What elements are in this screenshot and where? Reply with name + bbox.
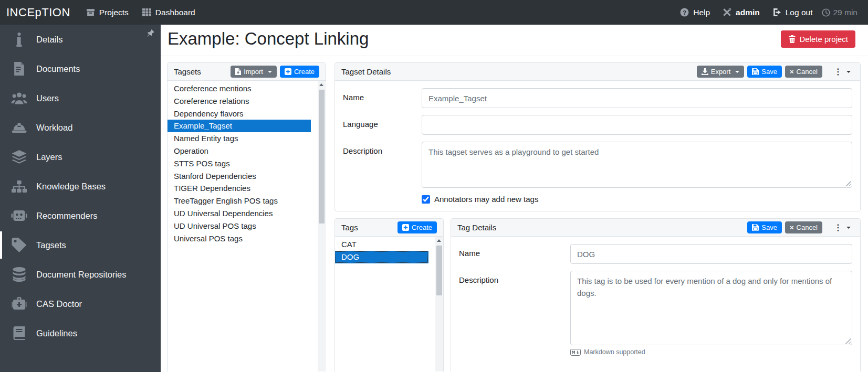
layers-icon (11, 150, 27, 164)
logout-icon (772, 8, 781, 17)
nav-admin-label: admin (736, 8, 760, 17)
tagset-list-scrollbar[interactable] (318, 81, 325, 371)
tagset-list-item[interactable]: Coreference relations (168, 95, 311, 108)
nav-logout-label: Log out (786, 8, 813, 17)
tagset-details-title: Tagset Details (341, 67, 391, 76)
tag-description-textarea[interactable]: This tag is to be used for every mention… (570, 271, 852, 345)
tagset-name-row: Name (343, 88, 852, 108)
session-timer: 29 min (822, 8, 857, 17)
tagset-list: Coreference mentionsCoreference relation… (168, 81, 311, 246)
nav-logout[interactable]: Log out (772, 8, 813, 17)
scroll-up-icon[interactable] (435, 237, 443, 245)
file-import-icon (235, 68, 241, 75)
plus-square-icon (402, 224, 409, 231)
tag-name-input[interactable] (570, 244, 852, 264)
tag-list-scrollbar[interactable] (435, 237, 443, 371)
nav-dashboard[interactable]: Dashboard (142, 8, 195, 17)
page-title: Example: Concept Linking (168, 29, 369, 49)
tools-icon (723, 8, 731, 17)
cancel-tagset-label: Cancel (797, 68, 818, 76)
tagset-name-input[interactable] (422, 88, 852, 108)
tagset-details-menu-button[interactable]: ⋮ (831, 67, 854, 77)
kebab-icon: ⋮ (834, 68, 842, 76)
tagset-list-item[interactable]: Stanford Dependencies (168, 170, 311, 183)
tagset-list-item[interactable]: Named Entity tags (168, 132, 311, 145)
tag-list-item[interactable]: DOG (335, 251, 428, 263)
tagset-list-item[interactable]: TIGER Dependencies (168, 182, 311, 195)
tag-list-item[interactable]: CAT (335, 238, 428, 251)
save-tagset-button[interactable]: Save (747, 66, 782, 78)
document-icon (11, 62, 27, 76)
sidebar-item-layers[interactable]: Layers (0, 142, 161, 172)
sidebar-item-label: Workload (36, 123, 72, 133)
download-icon (702, 68, 708, 75)
sidebar-item-recommenders[interactable]: Recommenders (0, 201, 161, 230)
annotators-checkbox-label: Annotators may add new tags (434, 195, 538, 204)
cancel-tagset-button[interactable]: × Cancel (785, 66, 822, 78)
tag-details-menu-button[interactable]: ⋮ (831, 223, 854, 232)
tagsets-panel-title: Tagsets (174, 67, 201, 76)
cancel-tag-button[interactable]: × Cancel (785, 221, 822, 233)
save-tagset-label: Save (761, 68, 777, 76)
import-tagset-label: Import (244, 68, 263, 76)
import-tagset-button[interactable]: Import (231, 66, 277, 78)
nav-help[interactable]: ? Help (680, 8, 710, 17)
chevron-down-icon (735, 71, 739, 73)
tagset-list-item[interactable]: Coreference mentions (168, 82, 311, 95)
sidebar-item-users[interactable]: Users (0, 83, 161, 113)
nav-help-label: Help (693, 8, 710, 17)
scrollbar-thumb[interactable] (319, 90, 325, 224)
sidebar-item-tagsets[interactable]: Tagsets (0, 230, 161, 260)
save-tag-button[interactable]: Save (747, 221, 782, 233)
annotators-checkbox-row: Annotators may add new tags (422, 195, 852, 204)
tagset-list-item[interactable]: Dependency flavors (168, 108, 311, 120)
sidebar-item-documents[interactable]: Documents (0, 54, 161, 83)
create-tag-button[interactable]: Create (398, 221, 437, 233)
tagset-list-item[interactable]: Universal POS tags (168, 232, 311, 245)
sidebar-item-label: Knowledge Bases (36, 182, 106, 192)
scrollbar-thumb[interactable] (436, 246, 442, 295)
nav-administration[interactable]: admin (723, 8, 760, 17)
sidebar-item-cas-doctor[interactable]: CAS Doctor (0, 289, 161, 318)
projects-icon (86, 8, 95, 17)
markdown-hint: Markdown supported (570, 348, 852, 356)
app-brand[interactable]: INCEpTION (6, 6, 70, 19)
tagset-list-item[interactable]: TreeTagger English POS tags (168, 195, 311, 207)
scroll-up-icon[interactable] (318, 81, 325, 89)
database-icon (11, 267, 27, 282)
tagset-list-item[interactable]: Example_Tagset (168, 120, 311, 132)
create-tag-label: Create (412, 224, 432, 231)
plus-square-icon (285, 68, 291, 75)
tagset-description-row: Description This tagset serves as a play… (343, 142, 852, 188)
tagset-list-item[interactable]: Operation (168, 145, 311, 157)
markdown-icon (570, 349, 581, 356)
kebab-icon: ⋮ (834, 224, 842, 232)
sidebar-item-details[interactable]: Details (0, 25, 161, 54)
sidebar-item-knowledge-bases[interactable]: Knowledge Bases (0, 172, 161, 201)
annotators-checkbox[interactable] (422, 195, 430, 204)
sidebar-item-label: Recommenders (36, 211, 97, 221)
dashboard-icon (142, 8, 151, 17)
sidebar: Details Documents Users Workload Layers … (0, 25, 161, 372)
create-tagset-button[interactable]: Create (280, 66, 319, 78)
tagset-list-item[interactable]: UD Universal POS tags (168, 220, 311, 232)
nav-projects[interactable]: Projects (86, 8, 129, 17)
export-tagset-button[interactable]: Export (697, 66, 745, 78)
export-tagset-label: Export (711, 68, 731, 76)
tags-panel: Tags Create CATDOG (334, 218, 444, 371)
tag-description-label: Description (459, 271, 570, 284)
tagset-description-textarea[interactable]: This tagset serves as a playground to ge… (422, 142, 852, 188)
close-icon: × (790, 68, 794, 75)
nav-dashboard-label: Dashboard (155, 8, 195, 17)
create-tagset-label: Create (294, 68, 315, 76)
tagset-list-item[interactable]: STTS POS tags (168, 157, 311, 170)
tagset-language-input[interactable] (422, 115, 852, 135)
tagset-list-item[interactable]: UD Universal Dependencies (168, 207, 311, 220)
tagset-language-row: Language (343, 115, 852, 135)
delete-project-button[interactable]: Delete project (781, 30, 855, 48)
main-content: Example: Concept Linking Delete project … (161, 25, 868, 372)
sidebar-item-guidelines[interactable]: Guidelines (0, 318, 161, 348)
sidebar-item-workload[interactable]: Workload (0, 113, 161, 142)
sidebar-item-document-repositories[interactable]: Document Repositories (0, 260, 161, 289)
cancel-tag-label: Cancel (797, 224, 818, 231)
